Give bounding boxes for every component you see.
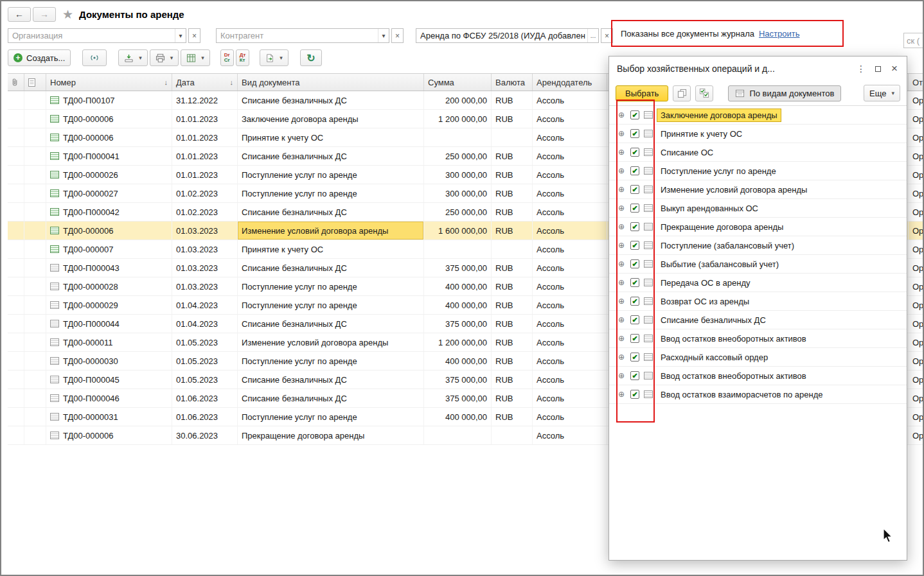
operation-checkbox[interactable]: ✔ — [630, 259, 639, 268]
expand-icon[interactable]: ⊕ — [617, 315, 626, 324]
document-number-cell[interactable]: ТД00-0000031 — [46, 408, 172, 426]
expand-icon[interactable]: ⊕ — [617, 204, 626, 213]
column-header-lessor[interactable]: Арендодатель — [533, 74, 607, 91]
document-type-cell[interactable]: Списание безналичных ДС — [238, 371, 424, 388]
operation-checkbox[interactable]: ✔ — [630, 371, 639, 380]
document-date-cell[interactable]: 01.02.2023 — [172, 184, 238, 202]
document-currency-cell[interactable]: RUB — [492, 222, 533, 240]
expand-icon[interactable]: ⊕ — [617, 371, 626, 380]
operation-list-item[interactable]: ⊕✔Ввод остатков внеоборотных активов — [609, 367, 907, 385]
operation-label[interactable]: Списание безналичных ДС — [657, 314, 769, 326]
expand-icon[interactable]: ⊕ — [617, 353, 626, 362]
document-lessor-cell[interactable]: Ассоль — [533, 408, 607, 426]
document-type-cell[interactable]: Поступление услуг по аренде — [238, 166, 424, 184]
document-type-cell[interactable]: Поступление услуг по аренде — [238, 408, 424, 426]
document-responsible-cell[interactable]: Орпо — [909, 315, 924, 333]
expand-icon[interactable]: ⊕ — [617, 241, 626, 250]
document-amount-cell[interactable]: 250 000,00 — [424, 203, 492, 221]
back-button[interactable]: ← — [8, 7, 31, 22]
document-lessor-cell[interactable]: Ассоль — [533, 240, 607, 258]
document-number-cell[interactable]: ТД00-0000026 — [46, 166, 172, 184]
document-amount-cell[interactable]: 1 200 000,00 — [424, 333, 492, 351]
operation-label[interactable]: Расходный кассовый ордер — [657, 351, 771, 363]
operation-label[interactable]: Принятие к учету ОС — [657, 128, 745, 140]
operation-list-item[interactable]: ⊕✔Изменение условий договора аренды — [609, 180, 907, 199]
document-amount-cell[interactable]: 375 000,00 — [424, 389, 492, 407]
document-currency-cell[interactable]: RUB — [492, 389, 533, 407]
document-type-cell[interactable]: Списание безналичных ДС — [238, 259, 424, 277]
document-amount-cell[interactable]: 1 600 000,00 — [424, 222, 492, 240]
document-number-cell[interactable]: ТД00-0000029 — [46, 296, 172, 314]
operation-list-item[interactable]: ⊕✔Поступление услуг по аренде — [609, 162, 907, 180]
document-amount-cell[interactable]: 375 000,00 — [424, 259, 492, 277]
operation-list-item[interactable]: ⊕✔Ввод остатков взаиморасчетов по аренде — [609, 385, 907, 404]
operation-checkbox[interactable]: ✔ — [630, 129, 639, 138]
journal-clear-button[interactable]: × — [601, 28, 613, 43]
operation-label[interactable]: Прекращение договора аренды — [657, 221, 786, 233]
operation-checkbox[interactable]: ✔ — [630, 241, 639, 250]
dialog-close-button[interactable]: × — [886, 61, 903, 76]
expand-icon[interactable]: ⊕ — [617, 166, 626, 175]
operation-label[interactable]: Выбытие (забалансовый учет) — [657, 258, 782, 270]
column-header-currency[interactable]: Валюта — [492, 74, 533, 91]
document-amount-cell[interactable]: 400 000,00 — [424, 296, 492, 314]
document-number-cell[interactable]: ТД00-П000042 — [46, 203, 172, 221]
document-amount-cell[interactable]: 400 000,00 — [424, 277, 492, 295]
maximize-button[interactable] — [869, 61, 886, 76]
operation-checkbox[interactable]: ✔ — [630, 185, 639, 194]
document-currency-cell[interactable]: RUB — [492, 408, 533, 426]
document-currency-cell[interactable] — [492, 426, 533, 444]
expand-icon[interactable]: ⊕ — [617, 129, 626, 138]
document-date-cell[interactable]: 01.03.2023 — [172, 240, 238, 258]
column-header-amount[interactable]: Сумма — [424, 74, 492, 91]
operation-checkbox[interactable]: ✔ — [630, 353, 639, 362]
document-lessor-cell[interactable]: Ассоль — [533, 371, 607, 388]
document-responsible-cell[interactable]: Орпо — [909, 277, 924, 295]
document-amount-cell[interactable]: 300 000,00 — [424, 184, 492, 202]
operation-list-item[interactable]: ⊕✔Принятие к учету ОС — [609, 125, 907, 143]
operation-list-item[interactable]: ⊕✔Прекращение договора аренды — [609, 218, 907, 236]
expand-icon[interactable]: ⊕ — [617, 148, 626, 157]
document-responsible-cell[interactable]: Орпо — [909, 166, 924, 184]
document-currency-cell[interactable]: RUB — [492, 110, 533, 128]
operation-list-item[interactable]: ⊕✔Передача ОС в аренду — [609, 274, 907, 292]
document-amount-cell[interactable] — [424, 128, 492, 146]
document-amount-cell[interactable] — [424, 426, 492, 444]
operation-checkbox[interactable]: ✔ — [630, 110, 639, 119]
document-type-cell[interactable]: Поступление услуг по аренде — [238, 184, 424, 202]
expand-icon[interactable]: ⊕ — [617, 297, 626, 306]
document-currency-cell[interactable]: RUB — [492, 259, 533, 277]
counterparty-filter[interactable]: Контрагент ▾ — [216, 28, 389, 43]
document-number-cell[interactable]: ТД00-П000044 — [46, 315, 172, 333]
document-lessor-cell[interactable]: Ассоль — [533, 222, 607, 240]
by-doc-types-toggle[interactable]: По видам документов — [728, 85, 841, 101]
document-currency-cell[interactable]: RUB — [492, 371, 533, 388]
document-number-cell[interactable]: ТД00-П000045 — [46, 371, 172, 388]
document-type-cell[interactable]: Поступление услуг по аренде — [238, 277, 424, 295]
operation-list-item[interactable]: ⊕✔Поступление (забалансовый учет) — [609, 236, 907, 255]
operation-label[interactable]: Поступление (забалансовый учет) — [657, 240, 797, 252]
document-type-cell[interactable]: Списание безналичных ДС — [238, 147, 424, 165]
document-date-cell[interactable]: 01.01.2023 — [172, 147, 238, 165]
document-date-cell[interactable]: 31.12.2022 — [172, 91, 238, 109]
forward-button[interactable]: → — [33, 7, 56, 22]
document-currency-cell[interactable]: RUB — [492, 296, 533, 314]
document-lessor-cell[interactable]: Ассоль — [533, 91, 607, 109]
document-responsible-cell[interactable]: Орпо — [909, 352, 924, 370]
document-type-cell[interactable]: Списание безналичных ДС — [238, 315, 424, 333]
document-responsible-cell[interactable]: Орпо — [909, 147, 924, 165]
document-date-cell[interactable]: 01.04.2023 — [172, 315, 238, 333]
column-header-doc-type[interactable]: Вид документа — [238, 74, 424, 91]
search-input[interactable]: ск ( — [903, 33, 924, 48]
document-currency-cell[interactable]: RUB — [492, 333, 533, 351]
document-lessor-cell[interactable]: Ассоль — [533, 389, 607, 407]
document-number-cell[interactable]: ТД00-000011 — [46, 333, 172, 351]
document-number-cell[interactable]: ТД00-000007 — [46, 240, 172, 258]
document-currency-cell[interactable]: RUB — [492, 203, 533, 221]
journal-filter[interactable]: Аренда по ФСБУ 25/2018 (ИУДА добавлен ..… — [416, 28, 599, 43]
document-number-cell[interactable]: ТД00-000006 — [46, 110, 172, 128]
document-date-cell[interactable]: 01.03.2023 — [172, 259, 238, 277]
operation-checkbox[interactable]: ✔ — [630, 278, 639, 287]
document-type-cell[interactable]: Поступление услуг по аренде — [238, 296, 424, 314]
document-responsible-cell[interactable]: Орпо — [909, 240, 924, 258]
